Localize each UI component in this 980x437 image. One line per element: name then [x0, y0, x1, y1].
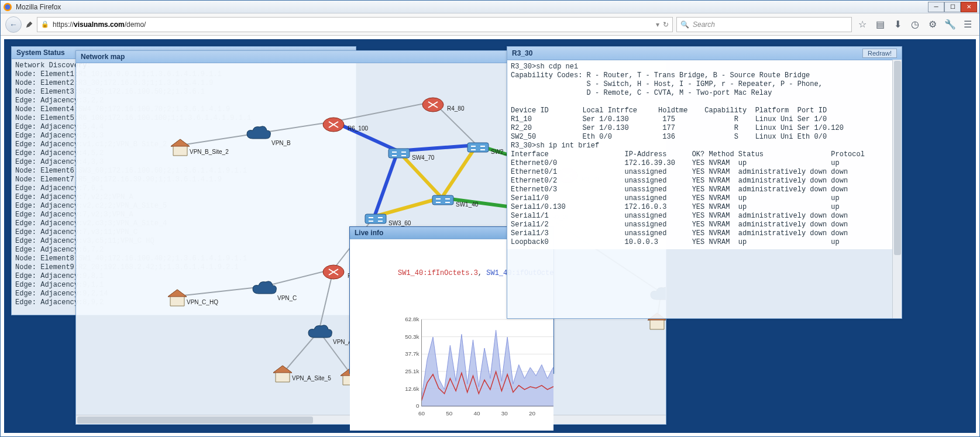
- dropdown-icon[interactable]: ▾: [656, 20, 659, 29]
- history-icon[interactable]: ◷: [908, 18, 922, 32]
- map-node-label: VPN_B_Site_2: [190, 149, 229, 155]
- window-maximize-button[interactable]: ☐: [944, 2, 961, 12]
- svg-rect-28: [467, 143, 489, 152]
- map-node-router[interactable]: [322, 262, 345, 281]
- map-node-router[interactable]: [421, 95, 445, 113]
- map-node-cloud[interactable]: [252, 280, 275, 298]
- reload-icon[interactable]: ↻: [663, 20, 669, 29]
- search-bar[interactable]: 🔍 Search: [676, 17, 852, 32]
- r3-vertical-scrollbar[interactable]: [892, 60, 902, 318]
- pen-icon: [25, 20, 33, 29]
- map-node-router[interactable]: [322, 115, 345, 133]
- firefox-icon: [3, 2, 12, 12]
- redraw-button[interactable]: Redraw!: [862, 49, 897, 58]
- settings-gear-icon[interactable]: ⚙: [926, 18, 940, 32]
- svg-line-5: [333, 102, 433, 122]
- svg-marker-36: [273, 366, 292, 373]
- map-node-label: SW1_40: [456, 201, 478, 208]
- svg-rect-30: [432, 195, 453, 205]
- map-node-switch[interactable]: [363, 209, 386, 228]
- hamburger-menu-icon[interactable]: ☰: [961, 18, 975, 32]
- browser-toolbar: ← 🔒 https://visualnms.com/demo/ ▾ ↻ 🔍 Se…: [1, 13, 979, 36]
- developer-wrench-icon[interactable]: 🔧: [943, 18, 957, 32]
- map-node-label: SW3_60: [388, 220, 411, 226]
- window-close-button[interactable]: ✕: [961, 2, 977, 12]
- panel-title: Live info: [355, 229, 383, 237]
- svg-text:0: 0: [416, 402, 419, 409]
- svg-text:12.6k: 12.6k: [405, 386, 419, 392]
- panel-title: R3_30: [512, 49, 532, 57]
- svg-text:37.7k: 37.7k: [405, 350, 419, 357]
- map-node-label: VPN_A_Site_5: [292, 375, 331, 381]
- window-title: Mozilla Firefox: [16, 3, 928, 11]
- map-node-label: VPN_C: [277, 295, 297, 301]
- map-node-label: R4_80: [447, 105, 464, 112]
- svg-marker-34: [168, 290, 187, 297]
- svg-marker-24: [171, 139, 190, 146]
- r3-terminal-panel: R3_30 Redraw! R3_30>sh cdp nei Capabilit…: [507, 46, 902, 319]
- svg-text:20: 20: [529, 410, 535, 417]
- window-minimize-button[interactable]: ─: [928, 2, 944, 12]
- svg-text:30: 30: [501, 410, 508, 417]
- map-node-label: SW4_70: [412, 154, 434, 161]
- url-bar[interactable]: 🔒 https://visualnms.com/demo/ ▾ ↻: [37, 17, 673, 32]
- svg-text:40: 40: [474, 410, 480, 417]
- svg-text:60: 60: [418, 410, 425, 417]
- svg-text:50.3k: 50.3k: [405, 333, 419, 340]
- map-node-switch[interactable]: [386, 144, 410, 163]
- map-node-label: R6_100: [348, 125, 368, 132]
- svg-point-1: [5, 4, 11, 9]
- downloads-icon[interactable]: ⬇: [890, 18, 905, 32]
- svg-text:50: 50: [446, 410, 452, 417]
- panel-title: Network map: [81, 53, 125, 61]
- panel-title: System Status: [16, 49, 65, 57]
- map-node-switch[interactable]: [465, 138, 489, 157]
- svg-rect-31: [365, 214, 386, 223]
- map-node-switch[interactable]: [430, 191, 453, 209]
- bookmark-star-icon[interactable]: ☆: [855, 18, 869, 32]
- map-node-cloud[interactable]: [246, 125, 269, 143]
- map-node-label: VPN_B: [271, 140, 291, 146]
- r3-terminal-output: R3_30>sh cdp nei Capability Codes: R - R…: [507, 60, 902, 249]
- clipboard-icon[interactable]: ▤: [873, 18, 887, 32]
- svg-rect-27: [388, 149, 410, 158]
- url-text: https://visualnms.com/demo/: [53, 20, 652, 29]
- lock-icon: 🔒: [41, 20, 49, 28]
- traffic-chart: 012.6k25.1k37.7k50.3k62.8k6050403020100: [353, 305, 550, 411]
- nav-back-button[interactable]: ←: [5, 16, 22, 33]
- svg-text:62.8k: 62.8k: [405, 316, 419, 322]
- svg-text:25.1k: 25.1k: [405, 368, 419, 374]
- search-placeholder: Search: [693, 20, 715, 29]
- window-titlebar: Mozilla Firefox ─ ☐ ✕: [1, 1, 979, 13]
- search-icon: 🔍: [680, 20, 689, 29]
- svg-line-17: [178, 287, 263, 296]
- map-node-label: VPN_C_HQ: [187, 299, 218, 305]
- map-node-cloud[interactable]: [307, 324, 331, 342]
